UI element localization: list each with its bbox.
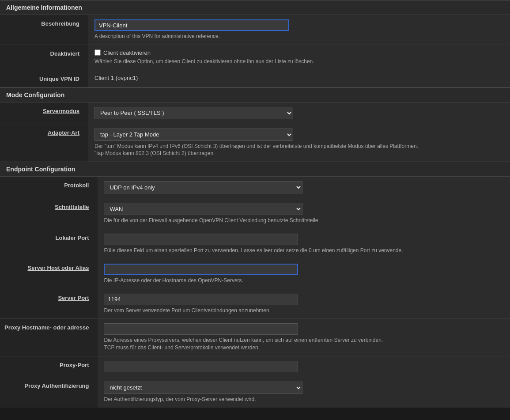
unique-vpn-id-value: Client 1 (ovpnc1) <box>94 75 138 81</box>
proxy-hostname-hint-line2: TCP muss für das Client- und Serverproto… <box>104 344 260 351</box>
servermodus-label[interactable]: Servermodus <box>0 102 88 124</box>
server-host-row: Server Host oder Alias Die IP-Adresse od… <box>0 259 510 289</box>
schnittstelle-label[interactable]: Schnittstelle <box>0 198 98 229</box>
proxy-hostname-input[interactable] <box>104 323 298 335</box>
proxy-port-label: Proxy-Port <box>0 356 98 377</box>
section-mode-config-header: Mode Configuration <box>0 87 510 102</box>
deaktiviert-row: Deaktiviert Client deaktivieren Wählen S… <box>0 45 510 70</box>
adapter-art-select[interactable]: tap - Layer 2 Tap Mode tun - Layer 3 Tun… <box>94 129 293 141</box>
adapter-art-value-cell: tap - Layer 2 Tap Mode tun - Layer 3 Tun… <box>88 124 510 162</box>
deaktiviert-checkbox[interactable] <box>94 49 101 56</box>
protokoll-value-cell: UDP on IPv4 only UDP on IPv6 only TCP on… <box>98 177 510 198</box>
proxy-auth-value-cell: nicht gesetzt Basic NTLM Der Authentifiz… <box>98 377 510 407</box>
beschreibung-value-cell: A description of this VPN for administra… <box>88 15 510 45</box>
lokaler-port-input[interactable] <box>104 234 298 245</box>
lokaler-port-value-cell: Fülle dieses Feld um einen speziellen Po… <box>98 229 510 259</box>
allgemeine-table: Beschreibung A description of this VPN f… <box>0 15 510 87</box>
unique-vpn-id-row: Unique VPN ID Client 1 (ovpnc1) <box>0 70 510 87</box>
schnittstelle-value-cell: WAN LAN any Die für die von der Firewall… <box>98 198 510 229</box>
servermodus-row: Servermodus Peer to Peer ( SSL/TLS ) Pee… <box>0 102 510 124</box>
proxy-port-input[interactable] <box>104 361 298 372</box>
protokoll-row: Protokoll UDP on IPv4 only UDP on IPv6 o… <box>0 177 510 198</box>
deaktiviert-hint: Wählen Sie diese Option, um diesen Clien… <box>94 58 504 65</box>
schnittstelle-select[interactable]: WAN LAN any <box>104 203 302 215</box>
server-host-label[interactable]: Server Host oder Alias <box>0 259 98 289</box>
section-endpoint-config: Endpoint Configuration Protokoll UDP on … <box>0 162 510 408</box>
endpoint-config-table: Protokoll UDP on IPv4 only UDP on IPv6 o… <box>0 177 510 408</box>
adapter-art-label[interactable]: Adapter-Art <box>0 124 88 162</box>
lokaler-port-label: Lokaler Port <box>0 229 98 259</box>
adapter-art-hint: Der "tun" Modus kann IPv4 und IPv6 (OSI … <box>94 143 504 158</box>
beschreibung-label: Beschreibung <box>0 15 88 45</box>
proxy-hostname-hint: Die Adresse eines Proxyservers, welchen … <box>104 337 504 352</box>
proxy-auth-row: Proxy Authentifizierung nicht gesetzt Ba… <box>0 377 510 407</box>
section-endpoint-config-header: Endpoint Configuration <box>0 162 510 177</box>
adapter-art-hint-line2: "tap Modus kann 802.3 (OSI Schicht 2) üb… <box>94 150 215 156</box>
adapter-art-row: Adapter-Art tap - Layer 2 Tap Mode tun -… <box>0 124 510 162</box>
schnittstelle-row: Schnittstelle WAN LAN any Die für die vo… <box>0 198 510 229</box>
server-host-input[interactable] <box>104 264 298 275</box>
proxy-auth-hint: Der Authentifizierungstyp, der vom Proxy… <box>104 396 504 403</box>
beschreibung-input[interactable] <box>94 19 289 31</box>
servermodus-value-cell: Peer to Peer ( SSL/TLS ) Peer to Peer ( … <box>88 102 510 124</box>
proxy-auth-select[interactable]: nicht gesetzt Basic NTLM <box>104 382 302 394</box>
servermodus-select[interactable]: Peer to Peer ( SSL/TLS ) Peer to Peer ( … <box>94 107 293 119</box>
server-host-value-cell: Die IP-Adresse oder der Hostname des Ope… <box>98 259 510 289</box>
server-port-value-cell: Der vom Server verwendete Port um Client… <box>98 289 510 319</box>
unique-vpn-id-label: Unique VPN ID <box>0 70 88 87</box>
proxy-hostname-row: Proxy Hostname- oder adresse Die Adresse… <box>0 319 510 356</box>
section-allgemeine: Allgemeine Informationen Beschreibung A … <box>0 0 510 87</box>
server-port-row: Server Port Der vom Server verwendete Po… <box>0 289 510 319</box>
deaktiviert-checkbox-label: Client deaktivieren <box>103 49 151 56</box>
adapter-art-hint-line1: Der "tun" Modus kann IPv4 und IPv6 (OSI … <box>94 143 418 149</box>
deaktiviert-value-cell: Client deaktivieren Wählen Sie diese Opt… <box>88 45 510 70</box>
proxy-auth-label: Proxy Authentifizierung <box>0 377 98 407</box>
server-port-label[interactable]: Server Port <box>0 289 98 319</box>
proxy-hostname-hint-line1: Die Adresse eines Proxyservers, welchen … <box>104 337 383 343</box>
protokoll-select[interactable]: UDP on IPv4 only UDP on IPv6 only TCP on… <box>104 181 302 193</box>
unique-vpn-id-value-cell: Client 1 (ovpnc1) <box>88 70 510 87</box>
section-mode-config: Mode Configuration Servermodus Peer to P… <box>0 87 510 162</box>
deaktiviert-checkbox-row: Client deaktivieren <box>94 49 504 56</box>
server-host-hint: Die IP-Adresse oder der Hostname des Ope… <box>104 277 504 284</box>
section-allgemeine-header: Allgemeine Informationen <box>0 0 510 15</box>
schnittstelle-hint: Die für die von der Firewall ausgehende … <box>104 217 504 224</box>
lokaler-port-row: Lokaler Port Fülle dieses Feld um einen … <box>0 229 510 259</box>
beschreibung-hint: A description of this VPN for administra… <box>94 33 504 40</box>
server-port-input[interactable] <box>104 294 298 305</box>
deaktiviert-label: Deaktiviert <box>0 45 88 70</box>
server-port-hint: Der vom Server verwendete Port um Client… <box>104 307 504 314</box>
proxy-port-value-cell <box>98 356 510 377</box>
proxy-hostname-value-cell: Die Adresse eines Proxyservers, welchen … <box>98 319 510 356</box>
proxy-hostname-label: Proxy Hostname- oder adresse <box>0 319 98 356</box>
lokaler-port-hint: Fülle dieses Feld um einen speziellen Po… <box>104 247 504 254</box>
mode-config-table: Servermodus Peer to Peer ( SSL/TLS ) Pee… <box>0 102 510 162</box>
protokoll-label[interactable]: Protokoll <box>0 177 98 198</box>
beschreibung-row: Beschreibung A description of this VPN f… <box>0 15 510 45</box>
proxy-port-row: Proxy-Port <box>0 356 510 377</box>
